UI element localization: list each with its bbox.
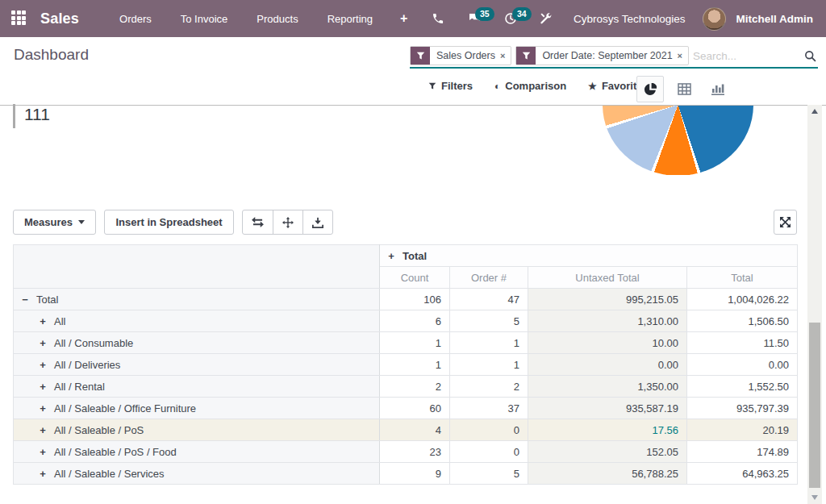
menu-reporting[interactable]: Reporting bbox=[316, 6, 384, 31]
menu-plus[interactable]: + bbox=[390, 6, 417, 31]
app-title[interactable]: Sales bbox=[40, 10, 79, 27]
navbar-right: 35 34 Cybrosys Technologies Mitchell Adm… bbox=[422, 6, 826, 31]
row-header[interactable]: +All / Saleable / Services bbox=[14, 463, 380, 485]
facet-remove-icon[interactable]: × bbox=[678, 47, 688, 65]
cell-count[interactable]: 60 bbox=[380, 398, 450, 419]
expand-icon[interactable]: + bbox=[39, 468, 47, 480]
menu-products[interactable]: Products bbox=[245, 6, 309, 31]
measure-count[interactable]: Count bbox=[380, 267, 450, 289]
vertical-scrollbar[interactable] bbox=[807, 105, 822, 504]
cell-order[interactable]: 0 bbox=[450, 419, 528, 441]
cell-count[interactable]: 1 bbox=[380, 332, 450, 354]
cell-count[interactable]: 23 bbox=[380, 441, 450, 463]
filter-funnel-icon bbox=[411, 47, 430, 65]
expand-icon[interactable]: + bbox=[39, 337, 47, 349]
measure-total[interactable]: Total bbox=[687, 267, 798, 289]
row-header[interactable]: +All / Saleable / PoS bbox=[14, 419, 380, 441]
cell-total[interactable]: 174.89 bbox=[687, 441, 798, 463]
expand-icon[interactable]: + bbox=[39, 424, 47, 436]
cell-count[interactable]: 9 bbox=[380, 463, 450, 485]
cell-order[interactable]: 0 bbox=[450, 441, 528, 463]
cell-count[interactable]: 1 bbox=[380, 354, 450, 376]
cell-count[interactable]: 6 bbox=[380, 310, 450, 332]
comparison-dropdown[interactable]: ◐ Comparison bbox=[494, 80, 566, 92]
cell-total[interactable]: 11.50 bbox=[687, 332, 798, 354]
cell-total[interactable]: 1,506.50 bbox=[687, 310, 798, 332]
cell-total[interactable]: 1,004,026.22 bbox=[687, 289, 798, 310]
expand-icon[interactable]: + bbox=[39, 446, 47, 458]
cell-total[interactable]: 1,552.50 bbox=[687, 376, 798, 398]
row-header[interactable]: +All / Rental bbox=[14, 376, 380, 398]
cell-order[interactable]: 37 bbox=[450, 398, 528, 419]
cell-untaxed[interactable]: 56,788.25 bbox=[528, 463, 687, 485]
apps-menu-icon[interactable] bbox=[11, 10, 27, 27]
row-header[interactable]: +All bbox=[14, 310, 380, 332]
cell-order[interactable]: 2 bbox=[450, 376, 528, 398]
row-header[interactable]: +All / Consumable bbox=[14, 332, 380, 354]
cell-untaxed[interactable]: 935,587.19 bbox=[528, 398, 687, 419]
menu-orders[interactable]: Orders bbox=[108, 6, 163, 31]
expand-icon[interactable]: + bbox=[39, 381, 47, 393]
scroll-down-arrow-icon[interactable] bbox=[807, 491, 822, 504]
cell-count[interactable]: 4 bbox=[380, 419, 450, 441]
cell-total[interactable]: 0.00 bbox=[687, 354, 798, 376]
expand-icon[interactable]: + bbox=[39, 359, 47, 371]
search-icon[interactable] bbox=[799, 50, 818, 62]
cell-untaxed[interactable]: 152.05 bbox=[528, 441, 687, 463]
dashboard-pie-chart[interactable] bbox=[603, 106, 753, 175]
search-facet-order-date[interactable]: Order Date: September 2021 × bbox=[515, 46, 689, 65]
search-input[interactable] bbox=[693, 50, 799, 62]
expand-icon[interactable]: + bbox=[39, 315, 47, 327]
cell-untaxed[interactable]: 1,310.00 bbox=[528, 310, 687, 332]
cell-untaxed[interactable]: 10.00 bbox=[528, 332, 687, 354]
cell-order[interactable]: 5 bbox=[450, 463, 528, 485]
cell-count[interactable]: 2 bbox=[380, 376, 450, 398]
filters-dropdown[interactable]: Filters bbox=[428, 80, 473, 92]
measure-order[interactable]: Order # bbox=[450, 267, 528, 289]
messages-button[interactable]: 35 bbox=[457, 6, 491, 31]
view-switcher-graph[interactable] bbox=[704, 76, 732, 102]
row-header[interactable]: +All / Deliveries bbox=[14, 354, 380, 376]
download-xlsx-button[interactable] bbox=[302, 210, 333, 235]
cell-total[interactable]: 64,963.25 bbox=[687, 463, 798, 485]
search-facet-sales-orders[interactable]: Sales Orders × bbox=[410, 46, 511, 65]
measures-button[interactable]: Measures bbox=[13, 210, 96, 235]
cell-order[interactable]: 47 bbox=[450, 289, 528, 310]
voip-phone-button[interactable] bbox=[422, 6, 454, 31]
collapse-icon[interactable]: − bbox=[21, 294, 29, 306]
user-avatar[interactable] bbox=[703, 7, 726, 31]
pivot-col-group-header[interactable]: +Total bbox=[380, 245, 798, 267]
user-name[interactable]: Mitchell Admin bbox=[729, 13, 813, 25]
search-options: Filters ◐ Comparison ★ Favorites bbox=[428, 80, 649, 92]
debug-tools-button[interactable] bbox=[530, 6, 562, 31]
cell-untaxed[interactable]: 1,350.00 bbox=[528, 376, 687, 398]
insert-in-spreadsheet-button[interactable]: Insert in Spreadsheet bbox=[104, 210, 233, 235]
row-header[interactable]: −Total bbox=[14, 289, 380, 310]
cell-count[interactable]: 106 bbox=[380, 289, 450, 310]
cell-total[interactable]: 935,797.39 bbox=[687, 398, 798, 419]
cell-untaxed[interactable]: 0.00 bbox=[528, 354, 687, 376]
expand-icon[interactable]: + bbox=[39, 402, 47, 414]
row-header[interactable]: +All / Saleable / PoS / Food bbox=[14, 441, 380, 463]
scrollbar-thumb[interactable] bbox=[809, 323, 820, 488]
expand-all-button[interactable] bbox=[273, 210, 303, 235]
facet-remove-icon[interactable]: × bbox=[500, 47, 511, 65]
flip-axis-button[interactable] bbox=[242, 210, 273, 235]
cell-order[interactable]: 1 bbox=[450, 332, 528, 354]
cell-total[interactable]: 20.19 bbox=[687, 419, 798, 441]
view-switcher-list[interactable] bbox=[670, 76, 698, 102]
activities-button[interactable]: 34 bbox=[494, 6, 527, 31]
view-switcher-dashboard[interactable] bbox=[636, 76, 664, 102]
measure-untaxed-total[interactable]: Untaxed Total bbox=[528, 267, 687, 289]
cell-order[interactable]: 1 bbox=[450, 354, 528, 376]
cell-untaxed[interactable]: 995,215.05 bbox=[528, 289, 687, 310]
cell-untaxed[interactable]: 17.56 bbox=[528, 419, 687, 441]
breadcrumb[interactable]: Dashboard bbox=[14, 46, 89, 64]
cell-order[interactable]: 5 bbox=[450, 310, 528, 332]
scroll-up-arrow-icon[interactable] bbox=[807, 105, 822, 118]
row-header[interactable]: +All / Saleable / Office Furniture bbox=[14, 398, 380, 419]
menu-to-invoice[interactable]: To Invoice bbox=[169, 6, 240, 31]
fullscreen-button[interactable] bbox=[774, 210, 797, 235]
company-name[interactable]: Cybrosys Technologies bbox=[565, 13, 700, 25]
kpi-widget: 111 bbox=[13, 104, 50, 128]
